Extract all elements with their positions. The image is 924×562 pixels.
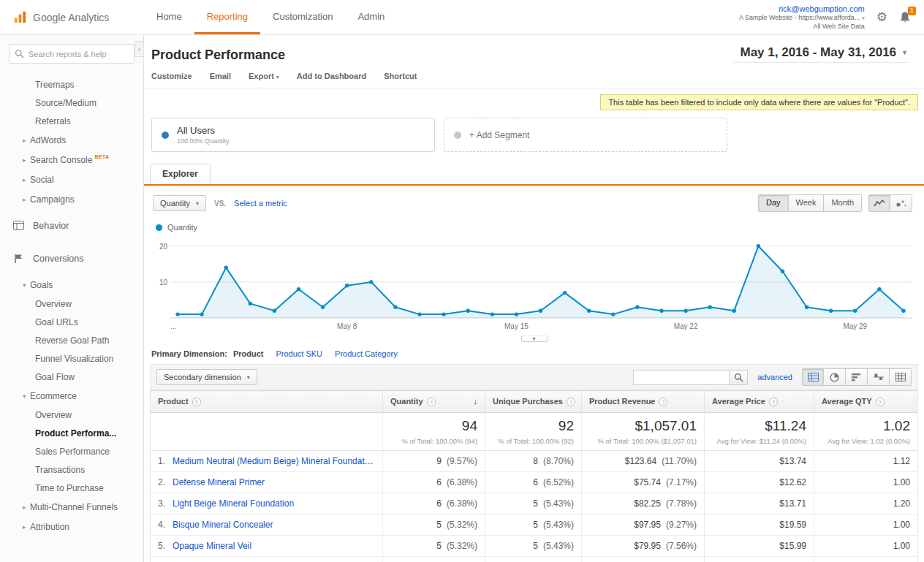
account-info[interactable]: rick@webgumption.com A Sample Website - …: [739, 4, 865, 31]
sidebar-item-attribution[interactable]: ▸Attribution: [0, 517, 143, 536]
help-icon[interactable]: ?: [192, 398, 201, 406]
help-icon[interactable]: ?: [427, 398, 436, 406]
product-link[interactable]: Medium Neutral (Medium Beige) Mineral Fo…: [173, 456, 376, 466]
comparison-view-icon[interactable]: [868, 368, 890, 386]
action-export[interactable]: Export▾: [249, 72, 279, 80]
metric-cell: 8(8.70%): [485, 451, 582, 472]
sidebar-item-label: Goal URLs: [35, 317, 78, 327]
segment-all-users[interactable]: All Users 100.00% Quantity: [151, 118, 435, 152]
sidebar-item-source-medium[interactable]: Source/Medium: [0, 94, 143, 112]
help-icon[interactable]: ?: [567, 398, 575, 406]
metric-value: 1.12: [893, 456, 910, 466]
settings-gear-icon[interactable]: ⚙: [876, 11, 887, 23]
motion-chart-toggle-button[interactable]: [890, 194, 912, 212]
top-nav-reporting[interactable]: Reporting: [194, 0, 260, 34]
primary-dimension-product[interactable]: Product: [233, 349, 264, 358]
performance-view-icon[interactable]: [846, 368, 868, 386]
metric-value: $12.62: [779, 477, 806, 487]
add-segment-button[interactable]: + Add Segment: [444, 118, 727, 152]
primary-dimension-product-category[interactable]: Product Category: [335, 349, 398, 358]
metric-cell: $9.80: [705, 557, 814, 562]
pivot-view-icon[interactable]: [890, 368, 912, 386]
sidebar-item-product-performa[interactable]: Product Performa...: [0, 424, 143, 442]
line-chart-toggle-button[interactable]: [868, 194, 890, 212]
sort-desc-icon[interactable]: ↓: [474, 397, 478, 406]
help-icon[interactable]: ?: [769, 398, 778, 406]
sidebar-item-search-console[interactable]: ▸Search ConsoleBETA: [0, 150, 143, 170]
explorer-tab-bar: Explorer: [144, 164, 924, 186]
granularity-day[interactable]: Day: [758, 194, 789, 211]
column-header-product[interactable]: Product?: [151, 391, 383, 413]
date-range-selector[interactable]: May 1, 2016 - May 31, 2016 ▼: [732, 45, 909, 63]
help-icon[interactable]: ?: [659, 398, 667, 406]
account-email[interactable]: rick@webgumption.com: [739, 4, 865, 14]
secondary-dimension-dropdown[interactable]: Secondary dimension ▾: [156, 369, 257, 385]
column-header-quantity[interactable]: Quantity?↓: [383, 391, 485, 413]
column-header-product-revenue[interactable]: Product Revenue?: [582, 391, 705, 413]
table-view-icon[interactable]: [802, 368, 824, 386]
sidebar-item-goal-flow[interactable]: Goal Flow: [0, 368, 143, 386]
sidebar-item-transactions[interactable]: Transactions: [0, 460, 143, 479]
sidebar-collapse-button[interactable]: ‹: [135, 41, 143, 57]
percentage-view-icon[interactable]: [824, 368, 846, 386]
sidebar-item-funnel-visualization[interactable]: Funnel Visualization: [0, 349, 143, 368]
notifications-bell-icon[interactable]: 1: [899, 11, 911, 23]
sidebar-item-treemaps[interactable]: Treemaps: [0, 75, 143, 94]
sidebar-item-behavior[interactable]: Behavior: [0, 209, 143, 242]
sidebar-item-time-to-purchase[interactable]: Time to Purchase: [0, 479, 143, 497]
sidebar-item-label: Goal Flow: [35, 372, 75, 382]
table-search-input[interactable]: [633, 370, 730, 385]
sidebar-item-sales-performance[interactable]: Sales Performance: [0, 442, 143, 460]
column-header-average-price[interactable]: Average Price?: [705, 391, 814, 413]
product-link[interactable]: Bisque Mineral Concealer: [173, 520, 273, 530]
search-icon: [15, 49, 24, 58]
sidebar-item-multi-channel-funnels[interactable]: ▸Multi-Channel Funnels: [0, 497, 143, 517]
sidebar-search[interactable]: [9, 44, 135, 64]
sidebar-item-overview[interactable]: Overview: [0, 406, 143, 424]
table-search: advanced: [633, 368, 912, 386]
table-row: 1.Medium Neutral (Medium Beige) Mineral …: [151, 451, 918, 472]
action-customize[interactable]: Customize: [151, 72, 192, 80]
sidebar-item-conversions[interactable]: Conversions: [0, 242, 143, 275]
top-nav: HomeReportingCustomizationAdmin: [144, 0, 397, 34]
search-input[interactable]: [29, 50, 129, 58]
sidebar-item-ecommerce[interactable]: ▾Ecommerce: [0, 386, 143, 406]
action-email[interactable]: Email: [210, 72, 231, 80]
totals-subtext: Avg for View: $11.24 (0.00%): [712, 437, 806, 445]
sidebar-item-goals[interactable]: ▾Goals: [0, 275, 143, 295]
action-shortcut[interactable]: Shortcut: [384, 72, 417, 80]
property-selector[interactable]: A Sample Website - https://www.afforda..…: [739, 14, 865, 23]
metric-value: $123.64: [625, 456, 656, 466]
sidebar-item-goal-urls[interactable]: Goal URLs: [0, 313, 143, 331]
action-add-to-dashboard[interactable]: Add to Dashboard: [297, 72, 366, 80]
product-link[interactable]: Opaque Mineral Veil: [173, 541, 251, 551]
select-metric-link[interactable]: Select a metric: [234, 199, 287, 208]
sidebar-item-reverse-goal-path[interactable]: Reverse Goal Path: [0, 331, 143, 349]
sidebar-item-social[interactable]: ▸Social: [0, 170, 143, 189]
primary-dimension-product-sku[interactable]: Product SKU: [276, 349, 322, 358]
granularity-week[interactable]: Week: [789, 194, 825, 211]
help-icon[interactable]: ?: [876, 398, 885, 406]
column-header-unique-purchases[interactable]: Unique Purchases?: [485, 391, 582, 413]
top-nav-customization[interactable]: Customization: [260, 0, 345, 34]
product-link[interactable]: Light Beige Mineral Foundation: [173, 498, 294, 509]
product-link[interactable]: Defense Mineral Primer: [173, 477, 265, 487]
top-nav-home[interactable]: Home: [144, 0, 194, 34]
sidebar-item-overview[interactable]: Overview: [0, 295, 143, 313]
column-header-average-qty[interactable]: Average QTY?: [814, 391, 918, 413]
sidebar-item-referrals[interactable]: Referrals: [0, 112, 143, 130]
metric-cell: 5(5.32%): [383, 536, 485, 557]
metric-cell: $97.95(9.27%): [582, 514, 705, 536]
table-search-button[interactable]: [730, 370, 748, 385]
tab-explorer[interactable]: Explorer: [150, 164, 211, 184]
top-nav-admin[interactable]: Admin: [345, 0, 397, 34]
sidebar-item-adwords[interactable]: ▸AdWords: [0, 130, 143, 150]
metric-percent: (8.70%): [543, 456, 574, 466]
expand-chart-tab[interactable]: ▼: [521, 335, 548, 342]
topbar: Google Analytics HomeReportingCustomizat…: [0, 0, 924, 35]
sidebar-item-campaigns[interactable]: ▸Campaigns: [0, 189, 143, 209]
metric-selector-dropdown[interactable]: Quantity ▾: [153, 195, 206, 211]
totals-cell: 94% of Total: 100.00% (94): [383, 413, 485, 451]
advanced-filter-link[interactable]: advanced: [757, 373, 792, 381]
granularity-month[interactable]: Month: [824, 194, 862, 211]
